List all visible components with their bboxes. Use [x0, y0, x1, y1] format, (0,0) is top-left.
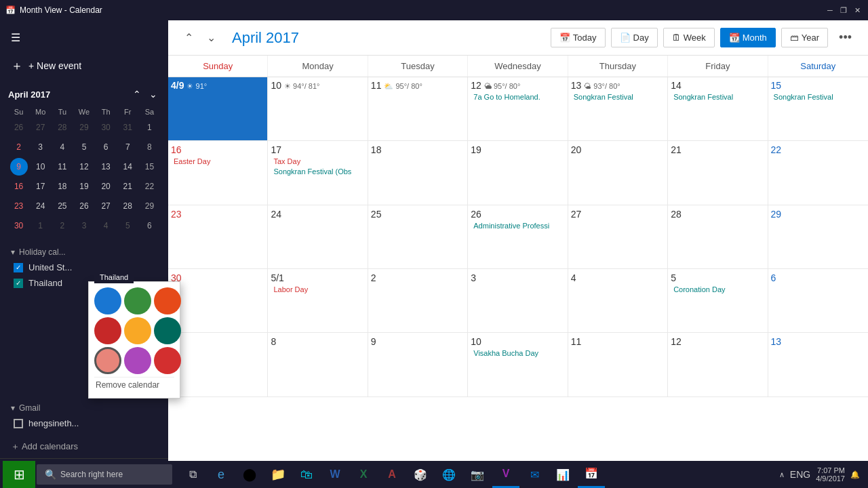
taskview-button[interactable]: ⧉ [179, 461, 206, 488]
cal-cell-apr30[interactable]: 30 [168, 269, 268, 333]
app12-button[interactable]: 📊 [549, 461, 576, 488]
event-admin-prof[interactable]: Administrative Professi [471, 221, 564, 230]
event-coronation-day[interactable]: Coronation Day [671, 285, 764, 294]
holiday-cal-header[interactable]: ▾ Holiday cal... [8, 245, 160, 260]
add-calendars-button[interactable]: ＋ Add calendars [0, 435, 168, 458]
cal-cell-apr13[interactable]: 13 🌤 93°/ 80° Songkran Festival [568, 77, 668, 141]
cal-cell-may5[interactable]: 5 Coronation Day [668, 269, 768, 333]
cal-cell-apr16[interactable]: 16 Easter Day [168, 141, 268, 205]
maps-button[interactable]: 🌐 [435, 461, 462, 488]
cal-cell-apr26[interactable]: 26 Administrative Professi [468, 205, 568, 269]
mini-day-17[interactable]: 17 [32, 178, 50, 195]
cal-cell-may2[interactable]: 2 [368, 269, 468, 333]
cal-cell-apr29[interactable]: 29 [768, 205, 868, 269]
event-songkran-15[interactable]: Songkran Festival [771, 92, 865, 102]
mini-day-10[interactable]: 10 [32, 158, 50, 176]
mini-day-4-may[interactable]: 4 [97, 217, 115, 235]
cal-cell-apr10[interactable]: 10 ☀ 94°/ 81° [268, 77, 368, 141]
cal-cell-may4[interactable]: 4 [568, 269, 668, 333]
restore-button[interactable]: ❐ [838, 5, 849, 16]
cal-cell-apr22[interactable]: 22 [768, 141, 868, 205]
app10-button[interactable]: 📷 [464, 461, 491, 488]
cal-cell-may3[interactable]: 3 [468, 269, 568, 333]
color-swatch-red[interactable] [154, 347, 181, 374]
store-button[interactable]: 🛍 [293, 461, 320, 488]
event-easter[interactable]: Easter Day [171, 157, 264, 166]
edge-button[interactable]: e [208, 461, 235, 488]
mini-day-30-mar[interactable]: 30 [97, 119, 115, 136]
mini-day-29-mar[interactable]: 29 [75, 119, 93, 136]
mini-day-24[interactable]: 24 [32, 197, 50, 215]
remove-calendar-button[interactable]: Remove calendar [94, 377, 174, 392]
mini-day-23[interactable]: 23 [10, 197, 28, 215]
cal-cell-may7[interactable]: 7 [168, 333, 268, 396]
color-swatch-orange-red[interactable] [154, 287, 181, 314]
mini-day-7[interactable]: 7 [119, 138, 136, 156]
day-view-button[interactable]: 📄 Day [611, 28, 658, 47]
chevron-up-icon[interactable]: ∧ [779, 470, 785, 479]
cal-cell-may11[interactable]: 11 [568, 333, 668, 396]
mini-cal-prev[interactable]: ⌃ [130, 87, 144, 101]
cal-cell-may10[interactable]: 10 Visakha Bucha Day [468, 333, 568, 396]
mini-day-1-may[interactable]: 1 [32, 217, 50, 235]
prev-month-button[interactable]: ⌃ [179, 28, 199, 47]
mini-day-13[interactable]: 13 [97, 158, 115, 176]
mini-day-4[interactable]: 4 [54, 138, 71, 156]
mini-day-27-mar[interactable]: 27 [32, 119, 50, 136]
color-swatch-teal[interactable] [154, 317, 181, 344]
language-icon[interactable]: ENG [790, 469, 810, 480]
mini-day-19[interactable]: 19 [75, 178, 93, 195]
event-songkran-obs[interactable]: Songkran Festival (Obs [271, 167, 364, 176]
mini-day-5[interactable]: 5 [75, 138, 93, 156]
mini-day-9-today[interactable]: 9 [10, 158, 28, 176]
mini-day-1[interactable]: 1 [140, 119, 158, 136]
event-visakha[interactable]: Visakha Bucha Day [471, 348, 564, 358]
mini-day-15[interactable]: 15 [140, 158, 158, 176]
system-clock[interactable]: 7:07 PM 4/9/2017 [816, 466, 845, 483]
cal-cell-may12[interactable]: 12 [668, 333, 768, 396]
today-button[interactable]: 📅 Today [551, 28, 606, 47]
color-swatch-yellow[interactable] [124, 317, 151, 344]
cal-cell-apr11[interactable]: 11 ⛅ 95°/ 80° [368, 77, 468, 141]
cal-cell-may13[interactable]: 13 [768, 333, 868, 396]
mini-day-16[interactable]: 16 [10, 178, 28, 195]
cal-cell-apr27[interactable]: 27 [568, 205, 668, 269]
mini-day-20[interactable]: 20 [97, 178, 115, 195]
minimize-button[interactable]: ─ [825, 5, 835, 16]
app8-button[interactable]: 🎲 [407, 461, 434, 488]
hamburger-button[interactable]: ☰ [11, 31, 20, 44]
cal-cell-apr19[interactable]: 19 [468, 141, 568, 205]
mini-day-31-mar[interactable]: 31 [119, 119, 136, 136]
event-labor-day[interactable]: Labor Day [271, 285, 364, 294]
cal-cell-apr12[interactable]: 12 🌥 95°/ 80° 7a Go to Homeland. [468, 77, 568, 141]
start-button[interactable]: ⊞ [3, 461, 35, 488]
hengsineth-item[interactable]: hengsineth... [8, 415, 160, 431]
color-swatch-blue[interactable] [94, 287, 121, 314]
mini-day-28[interactable]: 28 [119, 197, 136, 215]
cal-cell-may8[interactable]: 8 [268, 333, 368, 396]
vs-button[interactable]: V [492, 461, 519, 488]
event-songkran-14[interactable]: Songkran Festival [671, 92, 764, 102]
mini-day-2[interactable]: 2 [10, 138, 28, 156]
cal-cell-apr18[interactable]: 18 [368, 141, 468, 205]
notification-icon[interactable]: 🔔 [850, 470, 860, 479]
mini-day-27[interactable]: 27 [97, 197, 115, 215]
cal-cell-apr9[interactable]: 4/9 ☀ 91° [168, 77, 268, 141]
month-view-button[interactable]: 📆 Month [720, 28, 776, 47]
access-button[interactable]: A [378, 461, 406, 488]
mini-day-22[interactable]: 22 [140, 178, 158, 195]
mini-day-21[interactable]: 21 [119, 178, 136, 195]
excel-button[interactable]: X [350, 461, 377, 488]
mini-day-26-mar[interactable]: 26 [10, 119, 28, 136]
cal-cell-may1[interactable]: 5/1 Labor Day [268, 269, 368, 333]
event-songkran-13[interactable]: Songkran Festival [571, 92, 665, 102]
mini-day-26[interactable]: 26 [75, 197, 93, 215]
mini-day-3[interactable]: 3 [32, 138, 50, 156]
cal-cell-apr15[interactable]: 15 Songkran Festival [768, 77, 868, 141]
cal-cell-apr21[interactable]: 21 [668, 141, 768, 205]
mini-day-25[interactable]: 25 [54, 197, 71, 215]
more-options-button[interactable]: ••• [833, 28, 857, 47]
cal-cell-apr25[interactable]: 25 [368, 205, 468, 269]
search-bar[interactable]: 🔍 Search right here [37, 464, 172, 485]
year-view-button[interactable]: 🗃 Year [781, 28, 828, 47]
